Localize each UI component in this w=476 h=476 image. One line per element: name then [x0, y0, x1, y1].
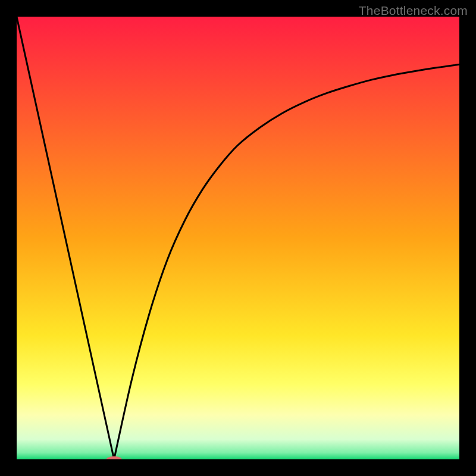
- plot-svg: [17, 17, 459, 459]
- plot-frame: [17, 17, 459, 459]
- gradient-background: [17, 17, 459, 459]
- watermark-text: TheBottleneck.com: [359, 4, 468, 18]
